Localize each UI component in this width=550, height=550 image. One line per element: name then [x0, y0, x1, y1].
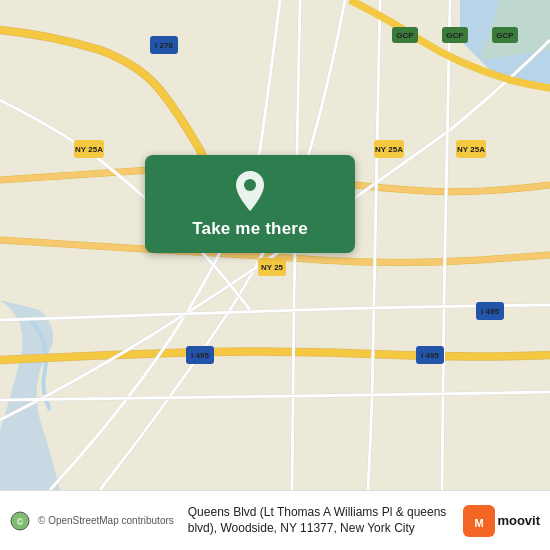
cta-button[interactable]: Take me there	[145, 155, 355, 253]
svg-text:©: ©	[17, 517, 24, 527]
app: I 278 GCP GCP GCP NY 25A NY 25A NY 25A N…	[0, 0, 550, 550]
svg-text:GCP: GCP	[496, 31, 514, 40]
svg-text:M: M	[475, 517, 484, 529]
cta-label: Take me there	[192, 219, 308, 239]
map-container: I 278 GCP GCP GCP NY 25A NY 25A NY 25A N…	[0, 0, 550, 490]
address-text: Queens Blvd (Lt Thomas A Williams Pl & q…	[188, 505, 450, 536]
svg-text:NY 25A: NY 25A	[457, 145, 485, 154]
svg-text:I 495: I 495	[421, 351, 439, 360]
osm-logo: ©	[10, 511, 30, 531]
svg-text:I 278: I 278	[155, 41, 173, 50]
moovit-logo: M moovit	[463, 505, 540, 537]
svg-text:GCP: GCP	[446, 31, 464, 40]
location-pin-icon	[232, 169, 268, 213]
svg-text:NY 25A: NY 25A	[75, 145, 103, 154]
attribution-text: © OpenStreetMap contributors	[38, 515, 174, 526]
svg-text:GCP: GCP	[396, 31, 414, 40]
svg-text:NY 25A: NY 25A	[375, 145, 403, 154]
moovit-label: moovit	[497, 513, 540, 528]
svg-text:I 495: I 495	[481, 307, 499, 316]
bottom-bar: © © OpenStreetMap contributors Queens Bl…	[0, 490, 550, 550]
moovit-icon: M	[463, 505, 495, 537]
svg-text:I 495: I 495	[191, 351, 209, 360]
svg-point-25	[244, 179, 256, 191]
svg-text:NY 25: NY 25	[261, 263, 284, 272]
